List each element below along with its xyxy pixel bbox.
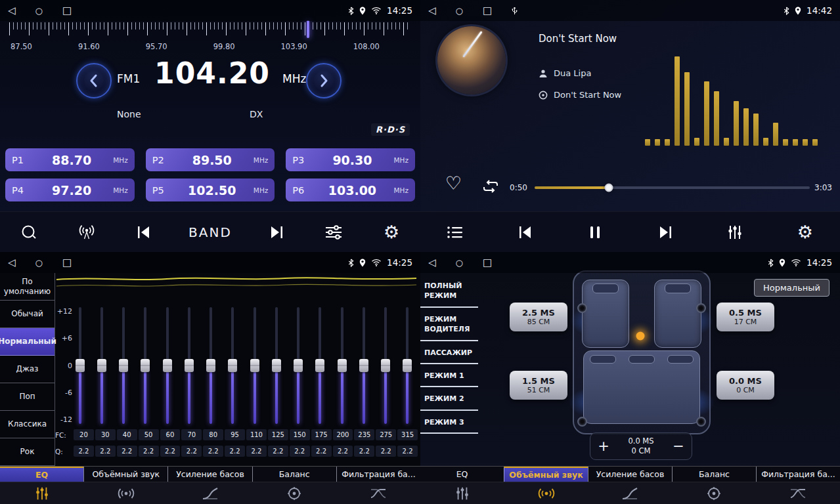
- eq-band-slider-1[interactable]: [75, 307, 85, 424]
- filter-tab-button[interactable]: [756, 482, 840, 504]
- eq-slider-handle[interactable]: [119, 359, 128, 372]
- eq-slider-handle[interactable]: [315, 359, 324, 372]
- preset-button-p4[interactable]: P497.20MHz: [5, 178, 135, 201]
- surround-tab-button[interactable]: [84, 482, 168, 504]
- tab-eq[interactable]: EQ: [420, 467, 504, 482]
- nav-home-button[interactable]: ○: [35, 7, 43, 15]
- next-station-button[interactable]: [263, 225, 290, 240]
- eq-slider-handle[interactable]: [250, 359, 259, 372]
- tab-eq[interactable]: EQ: [0, 467, 83, 482]
- nav-home-button[interactable]: ○: [35, 259, 43, 267]
- preset-button-p6[interactable]: P6103.00MHz: [286, 178, 415, 201]
- eq-slider-handle[interactable]: [185, 359, 194, 372]
- repeat-button[interactable]: [482, 180, 499, 196]
- eq-band-slider-14[interactable]: [359, 307, 368, 424]
- eq-band-slider-15[interactable]: [381, 307, 391, 424]
- eq-slider-handle[interactable]: [76, 359, 85, 372]
- eq-band-slider-11[interactable]: [294, 307, 303, 424]
- eq-preset-item-7[interactable]: Рок: [0, 438, 55, 466]
- eq-preset-item-1[interactable]: По умолчанию: [0, 273, 55, 301]
- eq-band-slider-13[interactable]: [337, 307, 347, 424]
- settings-button[interactable]: ⚙: [792, 223, 818, 241]
- tab-bass-boost[interactable]: Усиление басов: [167, 467, 252, 482]
- prev-track-button[interactable]: [512, 225, 539, 240]
- surround-mode-1[interactable]: ПОЛНЫЙ РЕЖИМ: [420, 274, 478, 308]
- eq-slider-handle[interactable]: [381, 359, 390, 372]
- surround-mode-4[interactable]: РЕЖИМ 1: [420, 364, 478, 387]
- frequency-ruler[interactable]: [9, 22, 411, 38]
- delay-front-left[interactable]: 2.5 MS 85 CM: [510, 303, 567, 331]
- eq-band-slider-2[interactable]: [97, 307, 106, 424]
- tab-balance[interactable]: Баланс: [252, 467, 336, 482]
- band-button[interactable]: BAND: [188, 224, 232, 240]
- preset-button-p3[interactable]: P390.30MHz: [286, 148, 415, 171]
- tab-bass-boost[interactable]: Усиление басов: [588, 467, 672, 482]
- eq-band-slider-10[interactable]: [271, 307, 281, 424]
- eq-slider-handle[interactable]: [163, 359, 172, 372]
- pause-button[interactable]: [582, 225, 608, 240]
- nav-recents-button[interactable]: □: [62, 258, 72, 268]
- sound-preset-button[interactable]: Нормальный: [754, 279, 829, 297]
- eq-preset-item-2[interactable]: Обычай: [0, 301, 55, 328]
- delay-rear-right[interactable]: 0.0 MS 0 CM: [717, 371, 774, 400]
- surround-mode-2[interactable]: РЕЖИМ ВОДИТЕЛЯ: [420, 308, 478, 341]
- eq-band-slider-6[interactable]: [184, 307, 194, 424]
- delay-decrease-button[interactable]: −: [665, 433, 692, 459]
- surround-mode-6[interactable]: РЕЖИМ 3: [420, 411, 478, 434]
- preset-button-p5[interactable]: P5102.50MHz: [146, 178, 275, 201]
- eq-band-slider-5[interactable]: [162, 307, 172, 424]
- delay-increase-button[interactable]: +: [590, 433, 617, 459]
- eq-band-slider-7[interactable]: [206, 307, 216, 424]
- nav-home-button[interactable]: ○: [456, 7, 463, 15]
- eq-slider-handle[interactable]: [141, 359, 150, 372]
- surround-mode-5[interactable]: РЕЖИМ 2: [420, 387, 478, 410]
- eq-slider-handle[interactable]: [206, 359, 215, 372]
- nav-recents-button[interactable]: □: [62, 6, 72, 16]
- eq-preset-item-6[interactable]: Классика: [0, 411, 55, 438]
- settings-button[interactable]: ⚙: [378, 223, 405, 241]
- scan-button[interactable]: [16, 224, 42, 241]
- playlist-button[interactable]: [442, 225, 468, 240]
- delay-front-right[interactable]: 0.5 MS 17 CM: [717, 303, 774, 331]
- seek-bar[interactable]: [535, 186, 810, 189]
- nav-back-button[interactable]: ◁: [8, 6, 16, 16]
- balance-tab-button[interactable]: [672, 482, 756, 504]
- eq-preset-item-4[interactable]: Джаз: [0, 356, 55, 383]
- eq-band-slider-4[interactable]: [141, 307, 150, 424]
- tab-surround-sound[interactable]: Объёмный звук: [83, 467, 167, 482]
- prev-station-button[interactable]: [131, 225, 157, 240]
- eq-slider-handle[interactable]: [359, 359, 368, 372]
- surround-mode-3[interactable]: ПАССАЖИР: [420, 341, 478, 364]
- eq-preset-item-3[interactable]: Нормальный: [0, 328, 55, 356]
- preset-button-p2[interactable]: P289.50MHz: [146, 148, 275, 171]
- surround-tab-button[interactable]: [504, 482, 588, 504]
- eq-band-slider-16[interactable]: [403, 307, 412, 424]
- tab-filter[interactable]: Фильтрация ба...: [336, 467, 420, 482]
- eq-band-slider-9[interactable]: [250, 307, 259, 424]
- eq-slider-handle[interactable]: [338, 359, 347, 372]
- seek-bar-thumb[interactable]: [605, 184, 613, 192]
- tune-settings-button[interactable]: [321, 224, 347, 240]
- eq-slider-handle[interactable]: [228, 359, 237, 372]
- filter-tab-button[interactable]: [336, 482, 420, 504]
- tab-surround-sound[interactable]: Объёмный звук: [504, 467, 588, 482]
- eq-tab-button[interactable]: [420, 482, 504, 504]
- eq-preset-item-5[interactable]: Поп: [0, 383, 55, 411]
- eq-band-slider-8[interactable]: [228, 307, 238, 424]
- mixer-button[interactable]: [722, 224, 748, 240]
- tab-balance[interactable]: Баланс: [672, 467, 756, 482]
- nav-back-button[interactable]: ◁: [8, 258, 16, 268]
- tab-filter[interactable]: Фильтрация ба...: [756, 467, 840, 482]
- balance-tab-button[interactable]: [252, 482, 336, 504]
- tune-down-button[interactable]: [76, 63, 112, 98]
- eq-band-slider-12[interactable]: [315, 307, 325, 424]
- tune-up-button[interactable]: [306, 63, 342, 98]
- nav-recents-button[interactable]: □: [483, 258, 492, 268]
- eq-slider-handle[interactable]: [403, 359, 412, 372]
- eq-slider-handle[interactable]: [97, 359, 106, 372]
- eq-slider-handle[interactable]: [272, 359, 281, 372]
- nav-back-button[interactable]: ◁: [428, 6, 436, 16]
- nav-back-button[interactable]: ◁: [428, 258, 436, 268]
- eq-slider-handle[interactable]: [294, 359, 303, 372]
- preset-button-p1[interactable]: P188.70MHz: [5, 148, 135, 171]
